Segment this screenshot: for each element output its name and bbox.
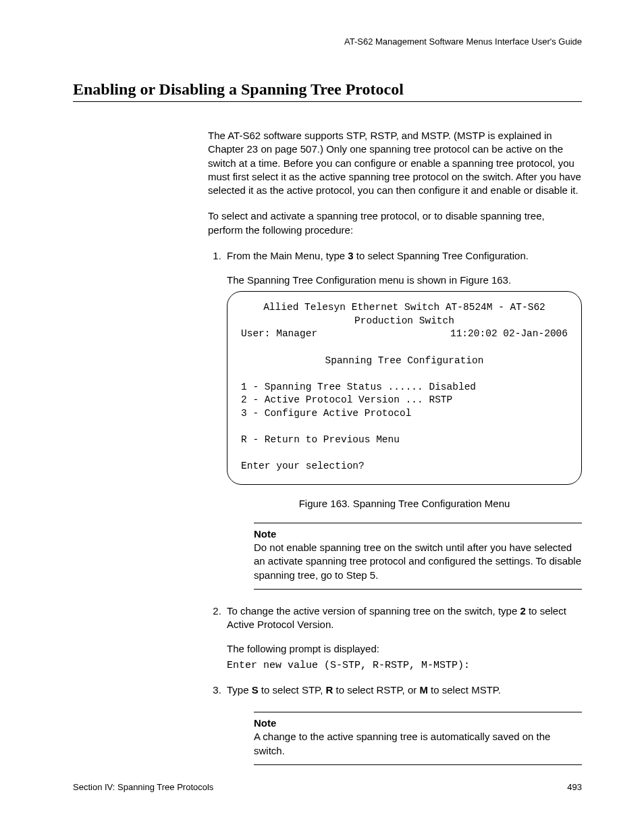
step-2: To change the active version of spanning… xyxy=(224,604,582,673)
step-2-key: 2 xyxy=(520,605,525,617)
terminal-menu: Allied Telesyn Ethernet Switch AT-8524M … xyxy=(227,291,582,484)
menu-timestamp: 11:20:02 02-Jan-2006 xyxy=(450,328,568,341)
step-3-text-a: Type xyxy=(227,684,252,696)
footer-page-number: 493 xyxy=(567,782,582,792)
step-2-sub: The following prompt is displayed: xyxy=(227,642,582,656)
step-1-text-a: From the Main Menu, type xyxy=(227,250,348,261)
step-3-text-c: to select STP, xyxy=(259,684,326,696)
step-1-key: 3 xyxy=(348,250,353,261)
menu-option-return: R - Return to Previous Menu xyxy=(241,434,400,445)
note-1: Note Do not enable spanning tree on the … xyxy=(254,523,582,590)
step-2-text-a: To change the active version of spanning… xyxy=(227,605,520,617)
menu-prompt: Enter your selection? xyxy=(241,461,365,471)
figure-caption: Figure 163. Spanning Tree Configuration … xyxy=(227,497,582,511)
step-1-text-b: to select Spanning Tree Configuration. xyxy=(354,250,529,261)
procedure-list: From the Main Menu, type 3 to select Spa… xyxy=(208,249,582,765)
step-1-sub: The Spanning Tree Configuration menu is … xyxy=(227,273,582,287)
menu-user-row: User: Manager11:20:02 02-Jan-2006 xyxy=(241,328,568,341)
note-label: Note xyxy=(254,527,582,541)
menu-user: User: Manager xyxy=(241,328,317,341)
intro-paragraph-2: To select and activate a spanning tree p… xyxy=(208,209,582,237)
note-1-text: Do not enable spanning tree on the switc… xyxy=(254,542,581,581)
step-3-text-e: to select MSTP. xyxy=(428,684,501,696)
footer-section: Section IV: Spanning Tree Protocols xyxy=(73,782,213,792)
running-header: AT-S62 Management Software Menus Interfa… xyxy=(73,36,582,47)
menu-option-1: 1 - Spanning Tree Status ...... Disabled xyxy=(241,382,476,392)
note-2-text: A change to the active spanning tree is … xyxy=(254,731,550,756)
step-2-prompt: Enter new value (S-STP, R-RSTP, M-MSTP): xyxy=(227,659,582,673)
note-label-2: Note xyxy=(254,716,582,730)
step-3-text-d: to select RSTP, or xyxy=(333,684,419,696)
step-3: Type S to select STP, R to select RSTP, … xyxy=(224,683,582,765)
menu-header-1: Allied Telesyn Ethernet Switch AT-8524M … xyxy=(241,301,568,315)
step-3-key-s: S xyxy=(252,684,259,696)
page-footer: Section IV: Spanning Tree Protocols 493 xyxy=(73,782,582,792)
page: AT-S62 Management Software Menus Interfa… xyxy=(0,0,644,834)
main-content: The AT-S62 software supports STP, RSTP, … xyxy=(208,129,582,765)
page-title: Enabling or Disabling a Spanning Tree Pr… xyxy=(73,80,582,102)
menu-option-2: 2 - Active Protocol Version ... RSTP xyxy=(241,394,452,405)
intro-paragraph-1: The AT-S62 software supports STP, RSTP, … xyxy=(208,129,582,197)
menu-title: Spanning Tree Configuration xyxy=(241,355,568,368)
menu-header-2: Production Switch xyxy=(241,315,568,328)
step-3-key-r: R xyxy=(325,684,333,696)
menu-option-3: 3 - Configure Active Protocol xyxy=(241,408,411,419)
step-1: From the Main Menu, type 3 to select Spa… xyxy=(224,249,582,590)
note-2: Note A change to the active spanning tre… xyxy=(254,712,582,765)
step-3-key-m: M xyxy=(419,684,428,696)
